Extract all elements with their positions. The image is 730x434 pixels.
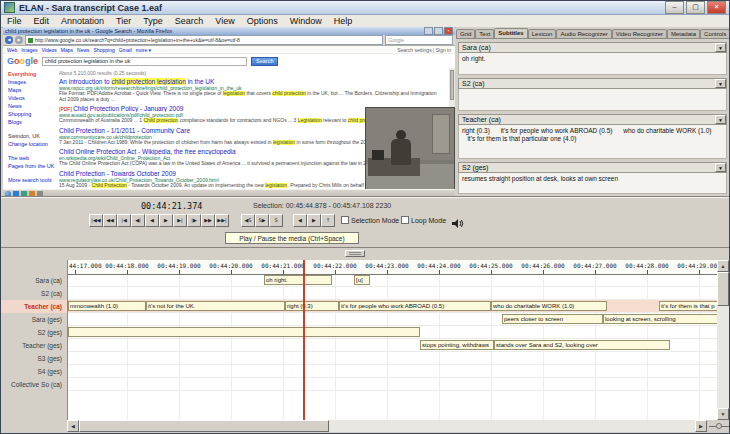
tier-label-sara-ca[interactable]: Sara (ca) <box>1 274 67 287</box>
tier-row-s4-ges[interactable] <box>68 365 720 378</box>
tier-label-s2-ca[interactable]: S2 (ca) <box>1 287 67 300</box>
annotation[interactable]: who do charitable WORK (1.0) <box>491 301 607 311</box>
tier-row-s3-ges[interactable] <box>68 352 720 365</box>
zoom-slider-knob[interactable] <box>716 423 722 429</box>
google-topbar-link[interactable]: Gmail <box>119 47 132 53</box>
annotation[interactable]: peers closer to screen <box>502 314 603 324</box>
timeline-canvas[interactable]: 44:17.00000:44:18.00000:44:19.00000:44:2… <box>67 260 720 420</box>
annotation[interactable]: oh right. <box>264 275 332 285</box>
transport-button[interactable]: ▶▶| <box>215 214 229 227</box>
annotation-nav-button[interactable]: ▶ <box>307 214 321 227</box>
tier-label-collective-so-ca[interactable]: Collective So (ca) <box>1 378 67 391</box>
google-sidebar-everything[interactable]: Everything <box>8 70 51 78</box>
maximize-button[interactable]: ▢ <box>686 1 705 14</box>
tab-metadata[interactable]: Metadata <box>667 29 700 38</box>
selection-mode-checkbox[interactable]: Selection Mode <box>341 216 399 224</box>
google-sidebar-images[interactable]: Images <box>8 78 51 86</box>
tier-row-s2-ges[interactable] <box>68 326 720 339</box>
subtitle-tier-selector[interactable]: Teacher (ca)▼ <box>458 114 727 125</box>
tab-subtitles[interactable]: Subtitles <box>494 28 527 38</box>
playhead-crosshair[interactable] <box>303 260 305 420</box>
menu-tier[interactable]: Tier <box>110 15 137 27</box>
minimize-button[interactable]: – <box>665 1 684 14</box>
dropdown-arrow-icon[interactable]: ▼ <box>715 79 726 88</box>
selection-button[interactable]: ◀S <box>241 214 255 227</box>
scroll-down-icon[interactable]: ▼ <box>717 408 729 420</box>
annotation[interactable]: stops pointing, withdraws <box>420 340 494 350</box>
google-sidebar-news[interactable]: News <box>8 102 51 110</box>
scroll-right-icon[interactable]: ▶ <box>695 420 707 432</box>
menu-file[interactable]: File <box>1 15 28 27</box>
tab-text[interactable]: Text <box>475 29 494 38</box>
transport-button[interactable]: ▶ <box>159 214 173 227</box>
annotation-nav-button[interactable]: ↑ <box>321 214 335 227</box>
google-sidebar-shopping[interactable]: Shopping <box>8 110 51 118</box>
tier-row-collective-so-ca[interactable] <box>68 378 720 391</box>
menu-window[interactable]: Window <box>284 15 328 27</box>
tier-row-s2-ca[interactable] <box>68 287 720 300</box>
subtitle-tier-selector[interactable]: S2 (ges)▼ <box>458 162 727 173</box>
transport-button[interactable]: ▶▶ <box>201 214 215 227</box>
scroll-left-icon[interactable]: ◀ <box>67 420 79 432</box>
scope-link[interactable]: Pages from the UK <box>8 162 51 170</box>
menu-edit[interactable]: Edit <box>28 15 56 27</box>
scope-link[interactable]: The web <box>8 154 51 162</box>
google-topbar-link[interactable]: Shopping <box>94 47 115 53</box>
timeline-horizontal-scrollbar[interactable]: ◀ ▶ <box>67 420 707 432</box>
transport-button[interactable]: ◀◀ <box>103 214 117 227</box>
menu-type[interactable]: Type <box>137 15 169 27</box>
tab-lexicon[interactable]: Lexicon <box>528 29 557 38</box>
annotation[interactable]: looking at screen, scrolling <box>603 314 720 324</box>
scroll-up-icon[interactable]: ▲ <box>717 260 729 272</box>
menu-annotation[interactable]: Annotation <box>55 15 110 27</box>
google-sidebar-videos[interactable]: Videos <box>8 94 51 102</box>
menu-options[interactable]: Options <box>241 15 284 27</box>
vertical-scroll-thumb[interactable] <box>717 272 729 306</box>
annotation[interactable]: mmonwealth (1.0) <box>68 301 146 311</box>
close-button[interactable]: × <box>707 1 726 14</box>
google-sidebar-maps[interactable]: Maps <box>8 86 51 94</box>
tier-label-teacher-ges[interactable]: Teacher (ges) <box>1 339 67 352</box>
transport-button[interactable]: ▶| <box>173 214 187 227</box>
tier-row-teacher-ges[interactable]: stops pointing, withdrawsstands over Sar… <box>68 339 720 352</box>
time-ruler[interactable]: 44:17.00000:44:18.00000:44:19.00000:44:2… <box>68 260 720 275</box>
split-pane-handle[interactable] <box>345 250 365 257</box>
annotation[interactable]: it's for people who work ABROAD (0.5) <box>339 301 491 311</box>
annotation[interactable]: right (0.3) <box>285 301 339 311</box>
annotation[interactable]: it's not for the UK. <box>146 301 285 311</box>
annotation[interactable]: [u] <box>354 275 370 285</box>
tier-label-s3-ges[interactable]: S3 (ges) <box>1 352 67 365</box>
transport-button[interactable]: |▶ <box>187 214 201 227</box>
transport-button[interactable]: |◀◀ <box>89 214 103 227</box>
zoom-slider[interactable] <box>709 422 729 431</box>
tab-audio-recognizer[interactable]: Audio Recognizer <box>556 29 611 38</box>
more-search-tools-link[interactable]: More search tools <box>8 176 51 184</box>
transport-button[interactable]: ◀ <box>145 214 159 227</box>
tier-row-sara-ca[interactable]: oh right.[u] <box>68 274 720 287</box>
annotation[interactable]: it's for them is that p <box>659 301 720 311</box>
subtitle-tier-selector[interactable]: S2 (ca)▼ <box>458 78 727 89</box>
google-sidebar-blogs[interactable]: Blogs <box>8 118 51 126</box>
tier-row-teacher-ca[interactable]: mmonwealth (1.0)it's not for the UK.righ… <box>68 300 720 313</box>
subtitle-tier-selector[interactable]: Sara (ca)▼ <box>458 42 727 53</box>
annotation-nav-button[interactable]: ◀ <box>293 214 307 227</box>
horizontal-scroll-thumb[interactable] <box>79 420 329 432</box>
google-topbar-link[interactable]: News <box>77 47 90 53</box>
google-topbar-link[interactable]: Web <box>7 47 17 53</box>
dropdown-arrow-icon[interactable]: ▼ <box>715 115 726 124</box>
tier-label-teacher-ca[interactable]: Teacher (ca) <box>1 300 67 313</box>
result-title-link[interactable]: An introduction to child protection legi… <box>59 78 443 85</box>
tier-label-sara-ges[interactable]: Sara (ges) <box>1 313 67 326</box>
menu-help[interactable]: Help <box>328 15 359 27</box>
dropdown-arrow-icon[interactable]: ▼ <box>715 163 726 172</box>
tier-label-s2-ges[interactable]: S2 (ges) <box>1 326 67 339</box>
change-location-link[interactable]: Change location <box>8 140 51 148</box>
selection-button[interactable]: S <box>269 214 283 227</box>
google-topbar-link[interactable]: Images <box>21 47 37 53</box>
tier-row-sara-ges[interactable]: peers closer to screenlooking at screen,… <box>68 313 720 326</box>
google-topbar-link[interactable]: Videos <box>42 47 57 53</box>
tab-controls[interactable]: Controls <box>700 29 729 38</box>
tab-video-recognizer[interactable]: Video Recognizer <box>612 29 667 38</box>
tab-grid[interactable]: Grid <box>456 29 475 38</box>
loop-mode-checkbox[interactable]: Loop Mode <box>401 216 446 224</box>
